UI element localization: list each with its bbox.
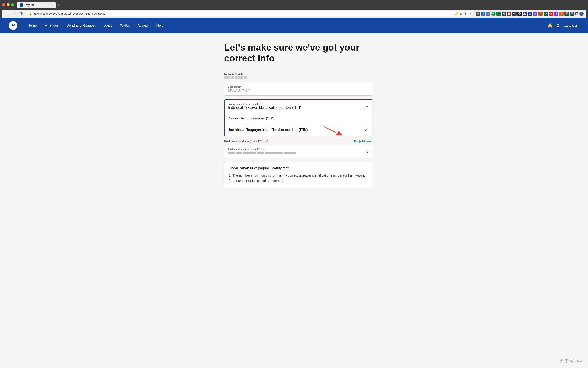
address-bar[interactable]: 🔒 paypal.com/policydashboard/process/com… [26, 11, 474, 16]
back-button[interactable]: ← [4, 11, 10, 16]
address-field-label: Residential address (not a PO box) [228, 148, 296, 151]
close-traffic-light[interactable] [2, 3, 5, 6]
ext-icon-check[interactable]: ✓ [497, 11, 501, 16]
blur-addr-4 [243, 152, 246, 154]
ext-icon-brown[interactable]: ● [538, 11, 543, 16]
ext-icon-ia[interactable]: IA [481, 11, 485, 16]
tin-field-group: Taxpayer identification number Individua… [224, 99, 372, 136]
blur-addr-10 [280, 152, 283, 154]
ext-icon-20[interactable]: 20 [523, 11, 527, 16]
ext-icon-circle[interactable]: ● [486, 11, 490, 16]
ext-icon-m[interactable]: M [502, 11, 506, 16]
minimize-traffic-light[interactable] [7, 3, 9, 6]
nav-home[interactable]: Home [24, 22, 40, 29]
perjury-item-1: 1. The number shown on this form is my c… [229, 173, 368, 183]
blur-addr-6 [257, 152, 261, 154]
tin-label: Taxpayer identification number [228, 103, 301, 105]
paypal-logo: P [9, 21, 18, 30]
nav-help[interactable]: Help [153, 22, 167, 29]
notification-bell-button[interactable]: 🔔 [547, 23, 553, 28]
tin-option-itin[interactable]: Individual Taxpayer Identification numbe… [225, 124, 372, 136]
tin-option-ssn-label: Social Security number (SSN) [229, 116, 275, 120]
nav-wallet[interactable]: Wallet [117, 22, 133, 29]
tin-option-ssn[interactable]: Social Security number (SSN) [225, 113, 372, 124]
ext-icon-profile[interactable]: 👤 [579, 11, 584, 16]
check-icon: ✓ [364, 128, 368, 132]
content-area: Let's make sure we've got your correct i… [216, 42, 372, 356]
blur-addr-8 [265, 152, 271, 154]
ext-icon-red[interactable]: ■ [549, 11, 553, 16]
perjury-title: Under penalties of perjury, I certify th… [229, 166, 368, 170]
ext-icon-puzzle[interactable]: 🧩 [564, 11, 569, 16]
tin-dropdown-options: Social Security number (SSN) [225, 113, 372, 136]
tab-bar: P PayPal × + [17, 2, 586, 8]
red-arrow-annotation [320, 124, 342, 135]
cast-icon: ⊡ [460, 12, 462, 15]
maximize-traffic-light[interactable] [11, 3, 14, 6]
ext-icon-img[interactable]: 🖼 [507, 11, 511, 16]
new-tab-button[interactable]: + [56, 3, 62, 8]
blur-block-4 [244, 76, 247, 79]
tin-dropdown[interactable]: Taxpayer identification number Individua… [224, 99, 372, 136]
watermark: 知乎 @lucat [560, 358, 584, 364]
nav-activity[interactable]: Activity [134, 22, 152, 29]
dob-placeholder: MM.DD.YYYY [228, 89, 369, 92]
nav-right: 🔔 ⚙ LOG OUT [547, 23, 579, 28]
url-text: paypal.com/policydashboard/process/compl… [33, 12, 453, 15]
page-title: Let's make sure we've got your correct i… [224, 42, 372, 64]
address-edit-link[interactable]: Edit|+Add new [354, 140, 372, 143]
blur-addr-3 [236, 152, 242, 154]
ext-icon-code[interactable]: </> [543, 11, 548, 16]
dob-field-group: Date of birth MM.DD.YYYY [224, 82, 372, 96]
ext-icon-ghost[interactable]: 👻 [517, 11, 522, 16]
address-field-inner: Residential address (not a PO box) [228, 148, 369, 155]
forward-button[interactable]: → [12, 11, 18, 16]
ext-icon-1[interactable]: ⊞ [476, 11, 480, 16]
nav-links: Home Finances Send and Request Deals Wal… [24, 22, 547, 29]
ext-icon-2[interactable]: 2 [528, 11, 532, 16]
ext-icon-a[interactable]: A [533, 11, 537, 16]
logout-button[interactable]: LOG OUT [564, 24, 579, 28]
blur-addr-12 [289, 152, 293, 154]
ext-icon-menu[interactable]: ☰ [570, 11, 574, 16]
traffic-lights [2, 3, 14, 6]
nav-deals[interactable]: Deals [100, 22, 116, 29]
ext-icon-window[interactable]: ▣ [575, 12, 579, 16]
dob-label: Date of birth [228, 85, 369, 88]
active-tab[interactable]: P PayPal × [17, 2, 56, 8]
address-section-label: Residential address (not a PO box) [224, 140, 268, 143]
settings-gear-button[interactable]: ⚙ [556, 23, 560, 28]
legal-name-label: Legal full name [224, 72, 372, 75]
tin-dropdown-header-inner: Taxpayer identification number Individua… [228, 103, 301, 110]
address-blurred-value [228, 151, 296, 155]
refresh-button[interactable]: ↻ [19, 11, 24, 16]
chevron-up-icon: ∧ [366, 104, 369, 109]
tin-option-itin-label: Individual Taxpayer Identification numbe… [229, 128, 308, 132]
blur-addr-13 [293, 152, 296, 154]
tin-selected-value: Individual Taxpayer Identification numbe… [228, 106, 301, 110]
ext-icon-pen[interactable]: ✏ [512, 11, 516, 16]
ext-icon-purple[interactable]: ◆ [554, 11, 558, 16]
dob-field[interactable]: Date of birth MM.DD.YYYY [224, 82, 372, 96]
blur-addr-9 [272, 152, 280, 154]
address-field-group: Residential address (not a PO box) [224, 145, 372, 158]
blur-addr-1 [228, 152, 230, 154]
address-chevron-down-icon: ∨ [366, 149, 369, 154]
blur-block-2 [231, 76, 234, 79]
nav-finances[interactable]: Finances [41, 22, 62, 29]
legal-name-value [224, 76, 372, 79]
address-field[interactable]: Residential address (not a PO box) [224, 145, 372, 158]
key-icon: 🔑 [455, 12, 458, 15]
address-bar-actions: 🔑 ⊡ ⬆ ☆ [455, 12, 471, 15]
ext-icon-new[interactable]: New [491, 11, 496, 16]
legal-name-field-group: Legal full name [224, 72, 372, 79]
lock-icon: 🔒 [29, 12, 32, 15]
tab-close-button[interactable]: × [51, 3, 53, 6]
tab-favicon: P [20, 3, 23, 7]
browser-chrome: P PayPal × + ← → ↻ 🔒 paypal.com/policyda… [0, 0, 588, 18]
tin-dropdown-header[interactable]: Taxpayer identification number Individua… [225, 100, 372, 113]
ext-icon-orange[interactable]: ▶ [559, 11, 564, 16]
nav-send-request[interactable]: Send and Request [63, 22, 99, 29]
main-content: Let's make sure we've got your correct i… [0, 33, 588, 364]
star-icon[interactable]: ☆ [468, 12, 471, 15]
